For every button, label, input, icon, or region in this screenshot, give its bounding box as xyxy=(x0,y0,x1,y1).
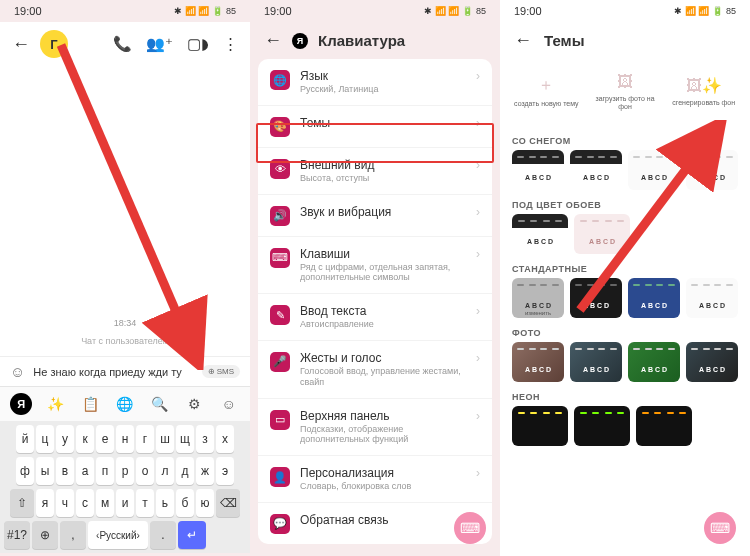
settings-item-sub: Ряд с цифрами, отдельная запятая, дополн… xyxy=(300,262,466,284)
video-icon[interactable]: ▢◗ xyxy=(187,35,209,53)
kb-key[interactable]: я xyxy=(36,489,54,517)
sparkle-image-icon: 🖼✨ xyxy=(686,76,722,95)
back-icon[interactable]: ← xyxy=(12,34,30,55)
kb-key[interactable]: е xyxy=(96,425,114,453)
period-key[interactable]: . xyxy=(150,521,176,549)
kb-key[interactable]: ф xyxy=(16,457,34,485)
kb-key[interactable]: п xyxy=(96,457,114,485)
language-key[interactable]: ‹ Русский › xyxy=(88,521,148,549)
settings-item[interactable]: 🌐ЯзыкРусский, Латиница› xyxy=(258,59,492,106)
theme-card[interactable]: ABCD xyxy=(570,342,622,382)
kb-key[interactable]: ж xyxy=(196,457,214,485)
chevron-right-icon: › xyxy=(476,247,480,261)
sms-toggle[interactable]: ⊕ SMS xyxy=(202,365,240,378)
kb-key[interactable]: д xyxy=(176,457,194,485)
kb-key[interactable]: о xyxy=(136,457,154,485)
settings-item-icon: 👤 xyxy=(270,467,290,487)
kb-key[interactable]: х xyxy=(216,425,234,453)
theme-card[interactable]: ABCD xyxy=(628,342,680,382)
kb-key[interactable]: ю xyxy=(196,489,214,517)
settings-item[interactable]: ✎Ввод текстаАвтоисправление› xyxy=(258,294,492,341)
kb-key[interactable]: м xyxy=(96,489,114,517)
settings-item-icon: 🌐 xyxy=(270,70,290,90)
shift-key[interactable]: ⇧ xyxy=(10,489,34,517)
kb-key[interactable]: и xyxy=(116,489,134,517)
smiley-icon[interactable]: ☺ xyxy=(218,393,240,415)
translate-icon[interactable]: 🌐 xyxy=(114,393,136,415)
theme-card[interactable]: ABCD xyxy=(512,150,564,190)
theme-card[interactable]: ABCD xyxy=(512,342,564,382)
theme-card[interactable]: ABCD xyxy=(628,278,680,318)
settings-item[interactable]: 👤ПерсонализацияСловарь, блокировка слов› xyxy=(258,456,492,503)
kb-key[interactable]: ч xyxy=(56,489,74,517)
theme-card[interactable]: ABCDизменить xyxy=(512,278,564,318)
kb-key[interactable]: т xyxy=(136,489,154,517)
settings-item[interactable]: 🎤Жесты и голосГолосовой ввод, управление… xyxy=(258,341,492,399)
call-icon[interactable]: 📞 xyxy=(113,35,132,53)
theme-card[interactable] xyxy=(636,406,692,446)
settings-item[interactable]: 🎨Темы› xyxy=(258,106,492,148)
kb-key[interactable]: н xyxy=(116,425,134,453)
theme-card[interactable]: ABCD xyxy=(686,342,738,382)
keyboard: йцукенгшщзх фывапролджэ ⇧ ячсмитьбю ⌫ #1… xyxy=(0,421,250,553)
settings-gear-icon[interactable]: ⚙ xyxy=(183,393,205,415)
kb-key[interactable]: з xyxy=(196,425,214,453)
keyboard-fab[interactable]: ⌨ xyxy=(704,512,736,544)
status-time: 19:00 xyxy=(14,5,42,17)
theme-card[interactable] xyxy=(512,406,568,446)
theme-card[interactable] xyxy=(574,406,630,446)
settings-item[interactable]: 👁Внешний видВысота, отступы› xyxy=(258,148,492,195)
magic-icon[interactable]: ✨ xyxy=(45,393,67,415)
chevron-right-icon: › xyxy=(476,351,480,365)
enter-key[interactable]: ↵ xyxy=(178,521,206,549)
kb-key[interactable]: б xyxy=(176,489,194,517)
theme-card[interactable]: ABCD xyxy=(628,150,680,190)
kb-key[interactable]: ц xyxy=(36,425,54,453)
upload-photo-button[interactable]: 🖼 загрузить фото на фон xyxy=(589,63,662,120)
back-icon[interactable]: ← xyxy=(264,30,282,51)
kb-key[interactable]: э xyxy=(216,457,234,485)
create-theme-button[interactable]: ＋ создать новую тему xyxy=(510,63,583,120)
search-icon[interactable]: 🔍 xyxy=(149,393,171,415)
kb-key[interactable]: р xyxy=(116,457,134,485)
avatar[interactable]: Г xyxy=(40,30,68,58)
settings-item-sub: Словарь, блокировка слов xyxy=(300,481,466,492)
input-bar: ☺ Не знаю когда приеду жди ту ⊕ SMS xyxy=(0,356,250,386)
globe-key[interactable]: ⊕ xyxy=(32,521,58,549)
numbers-key[interactable]: #1? xyxy=(4,521,30,549)
kb-key[interactable]: у xyxy=(56,425,74,453)
kb-key[interactable]: ы xyxy=(36,457,54,485)
backspace-key[interactable]: ⌫ xyxy=(216,489,240,517)
settings-item[interactable]: ▭Верхняя панельПодсказки, отображение до… xyxy=(258,399,492,457)
kb-key[interactable]: в xyxy=(56,457,74,485)
more-icon[interactable]: ⋮ xyxy=(223,35,238,53)
message-input[interactable]: Не знаю когда приеду жди ту xyxy=(33,366,193,378)
settings-item-label: Клавиши xyxy=(300,247,466,261)
emoji-icon[interactable]: ☺ xyxy=(10,363,25,380)
theme-card[interactable]: ABCD xyxy=(512,214,568,254)
kb-key[interactable]: ь xyxy=(156,489,174,517)
kb-key[interactable]: й xyxy=(16,425,34,453)
kb-key[interactable]: с xyxy=(76,489,94,517)
theme-card[interactable]: ABCD xyxy=(570,278,622,318)
generate-bg-button[interactable]: 🖼✨ сгенерировать фон xyxy=(667,63,740,120)
add-person-icon[interactable]: 👥⁺ xyxy=(146,35,173,53)
comma-key[interactable]: , xyxy=(60,521,86,549)
yandex-icon[interactable]: Я xyxy=(10,393,32,415)
kb-key[interactable]: ш xyxy=(156,425,174,453)
theme-card[interactable]: ABCD xyxy=(570,150,622,190)
theme-card[interactable]: ABCD xyxy=(686,150,738,190)
settings-item-label: Обратная связь xyxy=(300,513,466,527)
kb-key[interactable]: щ xyxy=(176,425,194,453)
back-icon[interactable]: ← xyxy=(514,30,532,51)
kb-key[interactable]: к xyxy=(76,425,94,453)
theme-card[interactable]: ABCD xyxy=(686,278,738,318)
settings-item[interactable]: ⌨КлавишиРяд с цифрами, отдельная запятая… xyxy=(258,237,492,295)
kb-key[interactable]: л xyxy=(156,457,174,485)
kb-key[interactable]: г xyxy=(136,425,154,453)
settings-item[interactable]: 🔊Звук и вибрация› xyxy=(258,195,492,237)
keyboard-fab[interactable]: ⌨ xyxy=(454,512,486,544)
theme-card[interactable]: ABCD xyxy=(574,214,630,254)
kb-key[interactable]: а xyxy=(76,457,94,485)
clipboard-icon[interactable]: 📋 xyxy=(79,393,101,415)
